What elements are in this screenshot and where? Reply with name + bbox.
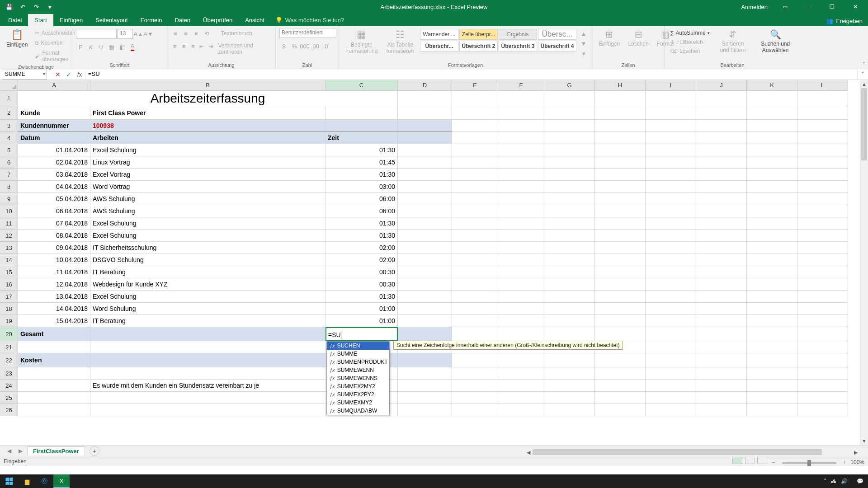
cell[interactable]: [646, 254, 696, 266]
cell[interactable]: [452, 353, 498, 367]
autocomplete-item[interactable]: ƒxSUMMEX2MY2: [327, 382, 389, 390]
cell[interactable]: [544, 266, 595, 278]
scroll-up-icon[interactable]: ▲: [860, 80, 868, 88]
cell[interactable]: 01:00: [326, 303, 398, 315]
autocomplete-item[interactable]: ƒxSUMMENPRODUKT: [327, 358, 389, 366]
cell-style-tile[interactable]: Überschrift 4: [538, 41, 576, 52]
cell[interactable]: Webdesign für Kunde XYZ: [90, 278, 326, 291]
cell[interactable]: [696, 315, 747, 327]
cell[interactable]: [452, 266, 498, 278]
autocomplete-item[interactable]: ƒxSUMMEXMY2: [327, 399, 389, 407]
row-header[interactable]: 11: [0, 217, 18, 230]
scroll-left-icon[interactable]: ◀: [524, 448, 533, 456]
row-header[interactable]: 25: [0, 392, 18, 404]
cell[interactable]: [498, 217, 544, 230]
orientation-icon[interactable]: ⟲: [202, 29, 211, 38]
save-icon[interactable]: 💾: [5, 2, 14, 11]
cell[interactable]: Excel Schulung: [90, 217, 326, 230]
cell[interactable]: [747, 303, 797, 315]
cell[interactable]: [595, 156, 646, 169]
cell[interactable]: First Class Power: [90, 106, 326, 120]
cell-style-tile[interactable]: Überschrift 2: [459, 41, 498, 52]
cell[interactable]: [747, 181, 797, 193]
cell[interactable]: [595, 327, 646, 341]
cell[interactable]: Arbeitszeiterfassung: [90, 91, 326, 106]
close-icon[interactable]: ✕: [846, 0, 864, 14]
cell[interactable]: 13.04.2018: [18, 291, 90, 303]
cell[interactable]: [544, 315, 595, 327]
cell[interactable]: [595, 254, 646, 266]
cell[interactable]: [595, 367, 646, 380]
decrease-decimal-icon[interactable]: .0: [321, 42, 330, 51]
cell[interactable]: Kosten: [18, 353, 90, 367]
cell[interactable]: [398, 291, 452, 303]
align-bottom-icon[interactable]: ≡: [192, 29, 201, 38]
cell[interactable]: [646, 193, 696, 205]
vertical-scrollbar[interactable]: ▲ ▼: [860, 80, 868, 445]
cell[interactable]: Datum: [18, 132, 90, 144]
cell[interactable]: [696, 278, 747, 291]
cell[interactable]: [544, 303, 595, 315]
cell[interactable]: [398, 156, 452, 169]
cell[interactable]: Kunde: [18, 106, 90, 120]
minimize-icon[interactable]: —: [799, 0, 817, 14]
cell[interactable]: [498, 156, 544, 169]
row-header[interactable]: 1: [0, 91, 18, 106]
cell[interactable]: IT Sicherheitsschulung: [90, 242, 326, 254]
cell[interactable]: [544, 291, 595, 303]
cell[interactable]: [747, 156, 797, 169]
cell[interactable]: 15.04.2018: [18, 315, 90, 327]
cell[interactable]: Es wurde mit dem Kunden ein Stundensatz …: [90, 380, 326, 392]
cell[interactable]: [498, 132, 544, 144]
italic-icon[interactable]: K: [86, 42, 95, 52]
cut-button[interactable]: ✂Ausschneiden: [33, 29, 77, 37]
cell[interactable]: 01:45: [326, 156, 398, 169]
cell[interactable]: [696, 193, 747, 205]
cell[interactable]: 02:00: [326, 254, 398, 266]
cell[interactable]: [398, 353, 452, 367]
row-header[interactable]: 13: [0, 242, 18, 254]
cell[interactable]: Linux Vortrag: [90, 156, 326, 169]
cell[interactable]: [747, 353, 797, 367]
cell[interactable]: [498, 193, 544, 205]
cell[interactable]: 01.04.2018: [18, 144, 90, 156]
autosum-button[interactable]: ∑AutoSumme▾: [668, 29, 712, 37]
row-header[interactable]: 17: [0, 291, 18, 303]
cell[interactable]: [696, 156, 747, 169]
insert-cells-button[interactable]: ⊞Einfügen: [596, 28, 623, 48]
network-icon[interactable]: 🖧: [831, 478, 836, 484]
cell[interactable]: [498, 404, 544, 416]
cell[interactable]: [90, 353, 326, 367]
cell[interactable]: [595, 315, 646, 327]
column-header[interactable]: B: [90, 80, 326, 91]
cell[interactable]: [747, 120, 797, 132]
cell[interactable]: [398, 205, 452, 217]
style-row-down-icon[interactable]: ▼: [579, 39, 588, 48]
cell[interactable]: [452, 193, 498, 205]
notifications-icon[interactable]: 💬: [857, 478, 863, 484]
cell[interactable]: [498, 181, 544, 193]
cell[interactable]: [797, 156, 848, 169]
cell[interactable]: [90, 367, 326, 380]
cell[interactable]: [696, 230, 747, 242]
cell[interactable]: [797, 303, 848, 315]
cell[interactable]: [498, 91, 544, 106]
cell[interactable]: [544, 144, 595, 156]
tab-review[interactable]: Überprüfen: [197, 14, 239, 26]
cell[interactable]: [544, 380, 595, 392]
cell[interactable]: [747, 254, 797, 266]
cell[interactable]: [595, 132, 646, 144]
underline-icon[interactable]: U: [97, 42, 106, 52]
cell[interactable]: [696, 341, 747, 353]
autocomplete-item[interactable]: ƒxSUMME: [327, 350, 389, 358]
cell[interactable]: [646, 181, 696, 193]
cell[interactable]: 10.04.2018: [18, 254, 90, 266]
cell[interactable]: [595, 230, 646, 242]
horizontal-scrollbar[interactable]: ◀ ▶: [524, 448, 860, 456]
expand-formula-bar-icon[interactable]: ˅: [857, 70, 868, 80]
autocomplete-item[interactable]: ƒxSUMMEWENN: [327, 366, 389, 374]
paste-button[interactable]: 📋 Einfügen: [4, 28, 30, 63]
column-header[interactable]: H: [595, 80, 646, 91]
cell[interactable]: [398, 181, 452, 193]
cell[interactable]: [90, 404, 326, 416]
